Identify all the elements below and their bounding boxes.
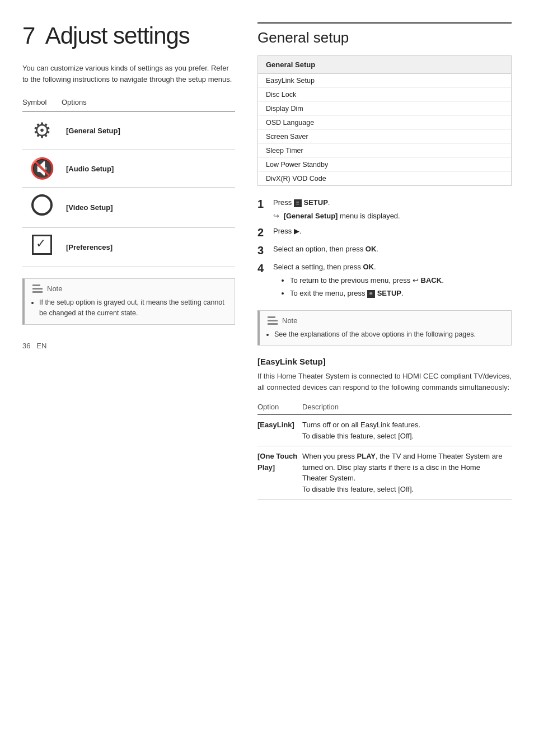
step-2: 2 Press ▶. bbox=[257, 226, 512, 239]
note-label: Note bbox=[47, 284, 62, 293]
note-icon-right bbox=[268, 316, 278, 325]
col-header-options: Options bbox=[62, 96, 235, 111]
col-header-symbol: Symbol bbox=[22, 96, 62, 111]
note-item-right: See the explanations of the above option… bbox=[274, 329, 503, 340]
intro-paragraph: You can customize various kinds of setti… bbox=[22, 63, 235, 85]
gs-item: DivX(R) VOD Code bbox=[258, 172, 511, 185]
symbol-table: Symbol Options ⚙ [General Setup] 🔇 bbox=[22, 96, 235, 267]
table-row: [EasyLink] Turns off or on all EasyLink … bbox=[257, 415, 512, 446]
option-general-setup: [General Setup] bbox=[62, 111, 235, 150]
desc-one-touch-play: When you press PLAY, the TV and Home The… bbox=[302, 446, 512, 500]
option-audio-setup: [Audio Setup] bbox=[62, 150, 235, 188]
step-3-text: Select an option, then press OK. bbox=[273, 245, 378, 253]
col-option: Option bbox=[257, 400, 302, 415]
note-box-right: Note See the explanations of the above o… bbox=[257, 310, 512, 346]
section-title: General setup bbox=[257, 22, 512, 46]
option-easylink: [EasyLink] bbox=[257, 415, 302, 446]
option-video-setup: [Video Setup] bbox=[62, 188, 235, 228]
steps-list: 1 Press ≡ SETUP. ↪ [General Setup] menu … bbox=[257, 197, 512, 301]
video-icon bbox=[31, 194, 53, 216]
table-row: [One Touch Play] When you press PLAY, th… bbox=[257, 446, 512, 500]
chapter-title-text: Adjust settings bbox=[45, 22, 190, 49]
step-1-text: Press ≡ SETUP. bbox=[273, 198, 330, 207]
gs-item: Sleep Timer bbox=[258, 144, 511, 158]
desc-easylink: Turns off or on all EasyLink features. T… bbox=[302, 415, 512, 446]
setup-icon: ≡ bbox=[294, 199, 302, 207]
option-table: Option Description [EasyLink] Turns off … bbox=[257, 400, 512, 500]
table-row: [Video Setup] bbox=[22, 188, 235, 228]
step-1: 1 Press ≡ SETUP. ↪ [General Setup] menu … bbox=[257, 197, 512, 221]
step-4: 4 Select a setting, then press OK. To re… bbox=[257, 262, 512, 301]
easylink-body: If this Home Theater System is connected… bbox=[257, 371, 512, 393]
step-4-bullet-1: To return to the previous menu, press ↩ … bbox=[290, 275, 512, 286]
symbol-audio: 🔇 bbox=[22, 150, 62, 188]
step-1-sub: [General Setup] menu is displayed. bbox=[284, 212, 400, 220]
chapter-num: 7 bbox=[22, 22, 35, 49]
check-icon bbox=[32, 235, 52, 255]
note-box-left: Note If the setup option is grayed out, … bbox=[22, 278, 235, 325]
note-header: Note bbox=[32, 284, 227, 293]
arrow-icon: ↪ bbox=[273, 212, 279, 220]
gs-box-header: General Setup bbox=[258, 56, 511, 74]
step-4-text: Select a setting, then press OK. bbox=[273, 263, 376, 271]
note-content: If the setup option is grayed out, it me… bbox=[32, 297, 227, 319]
symbol-gear: ⚙ bbox=[22, 111, 62, 150]
gs-item: Screen Saver bbox=[258, 130, 511, 144]
table-row: [Preferences] bbox=[22, 228, 235, 267]
col-description: Description bbox=[302, 400, 512, 415]
page-number: 36 bbox=[22, 342, 30, 350]
left-column: 7 Adjust settings You can customize vari… bbox=[22, 22, 235, 500]
note-header-right: Note bbox=[268, 316, 503, 325]
note-item: If the setup option is grayed out, it me… bbox=[39, 297, 227, 319]
page-lang: EN bbox=[36, 342, 46, 350]
setup-icon-2: ≡ bbox=[367, 290, 375, 298]
step-2-text: Press ▶. bbox=[273, 227, 301, 235]
note-label-right: Note bbox=[282, 316, 297, 325]
general-setup-box: General Setup EasyLink Setup Disc Lock D… bbox=[257, 55, 512, 186]
symbol-video bbox=[22, 188, 62, 228]
gs-item: Disc Lock bbox=[258, 88, 511, 102]
gs-item: OSD Language bbox=[258, 116, 511, 130]
gs-item: EasyLink Setup bbox=[258, 74, 511, 88]
table-row: 🔇 [Audio Setup] bbox=[22, 150, 235, 188]
audio-icon: 🔇 bbox=[30, 157, 55, 180]
right-column: General setup General Setup EasyLink Set… bbox=[257, 22, 512, 500]
note-content-right: See the explanations of the above option… bbox=[268, 329, 503, 340]
symbol-prefs bbox=[22, 228, 62, 267]
gear-icon: ⚙ bbox=[32, 118, 51, 143]
gs-item: Low Power Standby bbox=[258, 158, 511, 172]
option-preferences: [Preferences] bbox=[62, 228, 235, 267]
option-one-touch-play: [One Touch Play] bbox=[257, 446, 302, 500]
chapter-title: 7 Adjust settings bbox=[22, 22, 235, 49]
page-footer: 36 EN bbox=[22, 342, 235, 350]
table-row: ⚙ [General Setup] bbox=[22, 111, 235, 150]
gs-item: Display Dim bbox=[258, 102, 511, 116]
step-3: 3 Select an option, then press OK. bbox=[257, 244, 512, 257]
note-icon bbox=[32, 284, 43, 293]
step-4-bullet-2: To exit the menu, press ≡ SETUP. bbox=[290, 288, 512, 299]
easylink-title: [EasyLink Setup] bbox=[257, 357, 512, 366]
